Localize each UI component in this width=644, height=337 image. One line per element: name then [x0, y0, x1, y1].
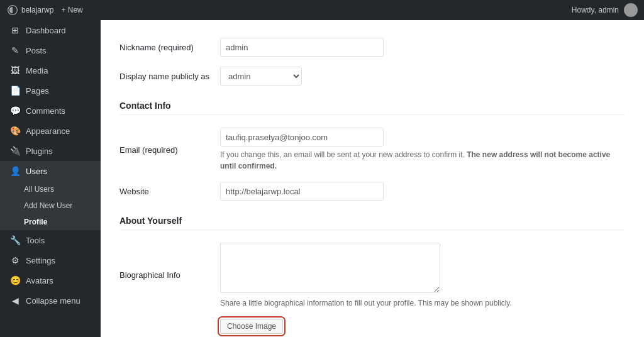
- dashboard-icon: ⊞: [9, 25, 21, 35]
- email-hint: If you change this, an email will be sen…: [220, 149, 625, 172]
- posts-icon: ✎: [9, 45, 21, 55]
- form-table-about: Biographical Info Share a little biograp…: [119, 238, 625, 337]
- users-submenu: All Users Add New User Profile: [0, 181, 101, 230]
- sidebar-item-pages[interactable]: 📄 Pages: [0, 80, 101, 101]
- sidebar-subitem-all-users[interactable]: All Users: [0, 181, 101, 197]
- sidebar-item-dashboard[interactable]: ⊞ Dashboard: [0, 20, 101, 40]
- main-content: Nickname (required) Display name publicl…: [101, 20, 644, 337]
- wp-logo-link[interactable]: belajarwp: [6, 4, 53, 16]
- users-icon: 👤: [9, 166, 21, 176]
- comments-icon: 💬: [9, 106, 21, 116]
- sidebar-item-avatars[interactable]: 😊 Avatars: [0, 270, 101, 290]
- bio-label: Biographical Info: [119, 270, 180, 280]
- sidebar-label-posts: Posts: [26, 46, 47, 55]
- new-content-btn[interactable]: + New: [61, 6, 82, 14]
- about-yourself-heading: About Yourself: [119, 216, 625, 230]
- layout: ⊞ Dashboard ✎ Posts 🖼 Media 📄 Pages 💬 Co…: [0, 20, 644, 337]
- sidebar-item-collapse-menu[interactable]: ◀ Collapse menu: [0, 290, 101, 311]
- display-name-label: Display name publicly as: [119, 72, 209, 81]
- sidebar-label-collapse-menu: Collapse menu: [26, 296, 80, 306]
- sidebar-item-media[interactable]: 🖼 Media: [0, 60, 101, 80]
- pages-icon: 📄: [9, 86, 21, 96]
- form-table-nickname: Nickname (required) Display name publicl…: [119, 33, 625, 91]
- media-icon: 🖼: [9, 65, 21, 75]
- admin-bar: belajarwp + New Howdy, admin: [0, 0, 644, 20]
- sidebar-label-tools: Tools: [26, 236, 45, 245]
- bio-textarea[interactable]: [220, 243, 440, 293]
- sidebar-item-posts[interactable]: ✎ Posts: [0, 40, 101, 60]
- sidebar-label-appearance: Appearance: [26, 126, 70, 136]
- contact-info-heading: Contact Info: [119, 101, 625, 115]
- wp-logo-icon: [6, 4, 19, 16]
- howdy-label: Howdy, admin: [572, 6, 619, 14]
- sidebar-label-pages: Pages: [26, 86, 49, 96]
- nickname-input[interactable]: [220, 38, 384, 57]
- new-content-label: + New: [61, 6, 82, 14]
- email-label: Email (required): [119, 145, 177, 155]
- sidebar-item-comments[interactable]: 💬 Comments: [0, 101, 101, 121]
- bio-hint: Share a little biographical information …: [220, 297, 625, 309]
- settings-icon: ⚙: [9, 255, 21, 265]
- site-name: belajarwp: [21, 6, 53, 14]
- tools-icon: 🔧: [9, 235, 21, 245]
- sidebar-label-settings: Settings: [26, 256, 55, 265]
- sidebar-label-plugins: Plugins: [26, 146, 53, 156]
- sidebar-item-appearance[interactable]: 🎨 Appearance: [0, 121, 101, 141]
- sidebar-menu: ⊞ Dashboard ✎ Posts 🖼 Media 📄 Pages 💬 Co…: [0, 20, 101, 311]
- sidebar-label-users: Users: [26, 167, 47, 176]
- collapse-menu-icon: ◀: [9, 296, 21, 306]
- choose-image-button[interactable]: Choose Image: [220, 319, 283, 334]
- website-label: Website: [119, 187, 149, 196]
- plugins-icon: 🔌: [9, 146, 21, 156]
- avatar: [624, 3, 638, 17]
- sidebar-label-media: Media: [26, 66, 48, 75]
- form-table-contact: Email (required) If you change this, an …: [119, 123, 625, 206]
- sidebar-label-dashboard: Dashboard: [26, 26, 66, 35]
- sidebar-item-tools[interactable]: 🔧 Tools: [0, 230, 101, 250]
- sidebar-subitem-profile[interactable]: Profile: [0, 214, 101, 230]
- display-name-select[interactable]: admin: [220, 67, 302, 86]
- sidebar-label-avatars: Avatars: [26, 276, 53, 285]
- admin-bar-right: Howdy, admin: [572, 3, 638, 17]
- admin-bar-left: belajarwp + New: [6, 4, 83, 16]
- avatars-icon: 😊: [9, 275, 21, 285]
- appearance-icon: 🎨: [9, 126, 21, 136]
- sidebar: ⊞ Dashboard ✎ Posts 🖼 Media 📄 Pages 💬 Co…: [0, 20, 101, 337]
- nickname-label: Nickname (required): [119, 43, 194, 52]
- email-input[interactable]: [220, 128, 384, 146]
- sidebar-subitem-add-new-user[interactable]: Add New User: [0, 197, 101, 214]
- sidebar-label-comments: Comments: [26, 106, 65, 116]
- sidebar-item-users[interactable]: 👤 Users: [0, 161, 101, 181]
- website-input[interactable]: [220, 182, 384, 201]
- content-wrap: Nickname (required) Display name publicl…: [101, 20, 644, 337]
- sidebar-item-plugins[interactable]: 🔌 Plugins: [0, 141, 101, 161]
- sidebar-item-settings[interactable]: ⚙ Settings: [0, 250, 101, 270]
